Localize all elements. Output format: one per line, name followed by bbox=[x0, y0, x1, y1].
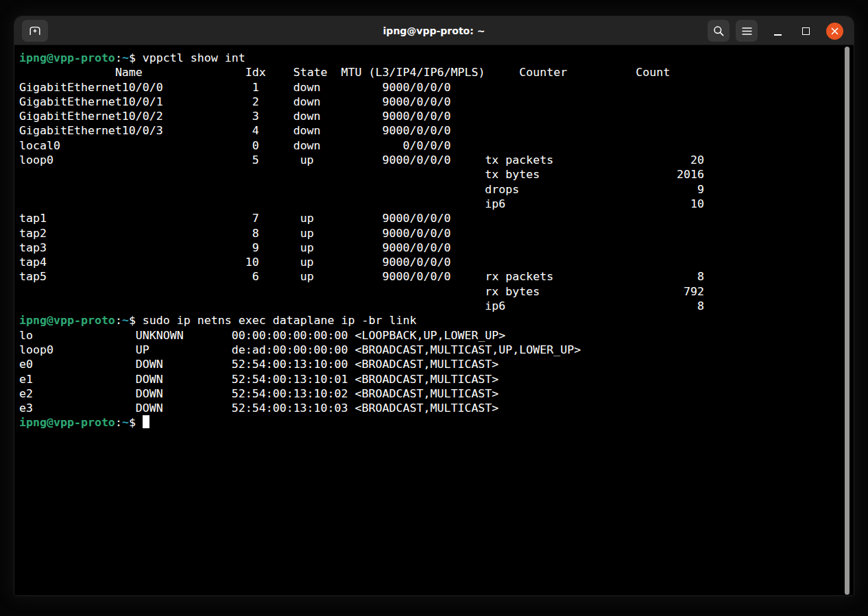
maximize-icon bbox=[802, 27, 810, 35]
terminal-text-fg: loop0 bbox=[19, 153, 53, 167]
scrollbar-thumb[interactable] bbox=[845, 47, 849, 595]
terminal-text-fg: 52:54:00:13:10:03 <BROADCAST,MULTICAST> bbox=[232, 402, 499, 415]
terminal-text-fg: 9000/0/0/0 bbox=[383, 81, 451, 94]
terminal-text-fg: 9000/0/0/0 bbox=[383, 124, 451, 137]
terminal-line: tap1 7 up 9000/0/0/0 bbox=[19, 211, 854, 225]
terminal-text-fg: tx packets bbox=[485, 153, 553, 167]
terminal-text-fg: up bbox=[300, 256, 314, 269]
terminal-cursor bbox=[143, 415, 149, 428]
desktop-background: { "window": { "title": "ipng@vpp-proto: … bbox=[0, 0, 868, 616]
terminal-text-fg: Name bbox=[115, 66, 143, 79]
terminal-text-fg: up bbox=[300, 227, 314, 240]
terminal-line: e3 DOWN 52:54:00:13:10:03 <BROADCAST,MUL… bbox=[19, 401, 854, 415]
terminal-text-fg: tx bytes bbox=[485, 168, 540, 181]
terminal-text-fg: UP bbox=[136, 343, 149, 356]
maximize-button[interactable] bbox=[795, 21, 817, 41]
terminal-text-fg: 52:54:00:13:10:01 <BROADCAST,MULTICAST> bbox=[232, 373, 499, 386]
terminal-text-path: ~ bbox=[122, 51, 129, 64]
terminal-text-fg: 9000/0/0/0 bbox=[383, 256, 451, 269]
close-button[interactable] bbox=[826, 23, 843, 40]
terminal-output: ipng@vpp-proto:~$ vppctl show int Name I… bbox=[19, 51, 854, 430]
terminal-text-fg: 9 bbox=[252, 241, 259, 254]
terminal-line: Name Idx State MTU (L3/IP4/IP6/MPLS) Cou… bbox=[19, 65, 854, 79]
terminal-text-fg: 20 bbox=[690, 153, 704, 167]
terminal-text-fg: down bbox=[293, 81, 321, 94]
terminal-line: rx bytes 792 bbox=[19, 284, 854, 299]
terminal-text-fg: lo bbox=[19, 329, 33, 342]
terminal-text-fg: 8 bbox=[697, 270, 704, 283]
terminal-line: tap4 10 up 9000/0/0/0 bbox=[19, 255, 854, 269]
terminal-text-fg: down bbox=[293, 124, 321, 137]
terminal-line: GigabitEthernet10/0/3 4 down 9000/0/0/0 bbox=[19, 123, 854, 138]
terminal-text-fg: tap2 bbox=[19, 227, 47, 240]
terminal-text-fg: 9000/0/0/0 bbox=[383, 153, 451, 167]
terminal-line: loop0 UP de:ad:00:00:00:00 <BROADCAST,MU… bbox=[19, 343, 854, 357]
terminal-line: GigabitEthernet10/0/0 1 down 9000/0/0/0 bbox=[19, 80, 854, 95]
terminal-text-fg: 9 bbox=[697, 183, 704, 196]
terminal-text-fg: GigabitEthernet10/0/2 bbox=[19, 110, 163, 123]
search-icon bbox=[713, 25, 725, 37]
terminal-text-fg: up bbox=[300, 212, 314, 225]
menu-button[interactable] bbox=[736, 20, 758, 42]
terminal-text-fg: 8 bbox=[697, 299, 704, 312]
terminal-text-fg: 0 bbox=[252, 139, 259, 152]
terminal-text-fg: 1 bbox=[252, 81, 259, 94]
terminal-text-fg: : bbox=[115, 314, 122, 327]
terminal-text-fg: vppctl show int bbox=[143, 51, 245, 64]
terminal-text-fg: 10 bbox=[690, 197, 704, 210]
terminal-text-fg: tap4 bbox=[19, 256, 47, 269]
terminal-line: GigabitEthernet10/0/1 2 down 9000/0/0/0 bbox=[19, 95, 854, 109]
terminal-text-fg: GigabitEthernet10/0/0 bbox=[19, 81, 163, 94]
terminal-text-fg: 00:00:00:00:00:00 <LOOPBACK,UP,LOWER_UP> bbox=[232, 329, 506, 342]
terminal-text-fg: $ bbox=[129, 51, 143, 64]
terminal-text-fg: tap5 bbox=[19, 270, 47, 283]
terminal-text-fg: down bbox=[293, 95, 321, 108]
terminal-text-fg: de:ad:00:00:00:00 <BROADCAST,MULTICAST,U… bbox=[232, 343, 581, 356]
terminal-text-fg: GigabitEthernet10/0/3 bbox=[19, 124, 163, 137]
terminal-text-fg: e1 bbox=[19, 373, 33, 386]
terminal-line: local0 0 down 0/0/0/0 bbox=[19, 138, 854, 153]
terminal-text-fg: loop0 bbox=[19, 343, 53, 356]
terminal-text-fg: down bbox=[293, 139, 321, 152]
terminal-text-fg: 9000/0/0/0 bbox=[383, 241, 451, 254]
terminal-text-fg: e0 bbox=[19, 358, 33, 371]
terminal-text-fg: 9000/0/0/0 bbox=[383, 270, 451, 283]
terminal-line: ip6 10 bbox=[19, 197, 854, 211]
terminal-text-fg: up bbox=[300, 153, 314, 167]
terminal-text-fg: up bbox=[300, 270, 314, 283]
terminal-text-fg: : bbox=[115, 416, 122, 429]
minimize-icon bbox=[774, 34, 782, 36]
terminal-text-user: ipng@vpp-proto bbox=[19, 416, 115, 429]
terminal-text-fg: State bbox=[293, 66, 328, 79]
terminal-text-fg: 52:54:00:13:10:00 <BROADCAST,MULTICAST> bbox=[232, 358, 499, 371]
minimize-button[interactable] bbox=[767, 21, 788, 41]
terminal-text-fg: 6 bbox=[252, 270, 259, 283]
terminal-text-fg: UNKNOWN bbox=[136, 329, 184, 342]
terminal-text-fg: 2016 bbox=[677, 168, 704, 181]
terminal-text-fg: DOWN bbox=[136, 358, 163, 371]
terminal-text-fg: DOWN bbox=[136, 402, 163, 415]
terminal-text-fg: DOWN bbox=[136, 373, 163, 386]
terminal-text-fg: tap1 bbox=[19, 212, 47, 225]
terminal-text-path: ~ bbox=[122, 416, 129, 429]
terminal-line: tap3 9 up 9000/0/0/0 bbox=[19, 241, 854, 255]
terminal-text-fg: 9000/0/0/0 bbox=[383, 95, 451, 108]
terminal-text-fg: 9000/0/0/0 bbox=[383, 227, 451, 240]
terminal-text-fg: e3 bbox=[19, 402, 33, 415]
terminal-text-fg: 52:54:00:13:10:02 <BROADCAST,MULTICAST> bbox=[232, 387, 499, 400]
terminal-text-fg: ip6 bbox=[485, 299, 505, 312]
terminal-text-fg: 4 bbox=[252, 124, 259, 137]
terminal-text-fg: 0/0/0/0 bbox=[403, 139, 451, 152]
terminal-line: tap5 6 up 9000/0/0/0 rx packets 8 bbox=[19, 269, 854, 284]
terminal-text-fg: 9000/0/0/0 bbox=[383, 212, 451, 225]
terminal-text-fg: GigabitEthernet10/0/1 bbox=[19, 95, 163, 108]
titlebar[interactable]: ipng@vpp-proto: ~ bbox=[14, 16, 854, 45]
terminal-text-fg: sudo ip netns exec dataplane ip -br link bbox=[143, 314, 417, 327]
search-button[interactable] bbox=[708, 20, 730, 42]
terminal-text-fg: 8 bbox=[252, 227, 259, 240]
terminal-line: tx bytes 2016 bbox=[19, 167, 854, 182]
terminal-text-user: ipng@vpp-proto bbox=[19, 51, 115, 64]
terminal-text-fg: 3 bbox=[252, 110, 259, 123]
terminal-line: loop0 5 up 9000/0/0/0 tx packets 20 bbox=[19, 153, 854, 167]
terminal-screen[interactable]: ipng@vpp-proto:~$ vppctl show int Name I… bbox=[14, 45, 854, 595]
